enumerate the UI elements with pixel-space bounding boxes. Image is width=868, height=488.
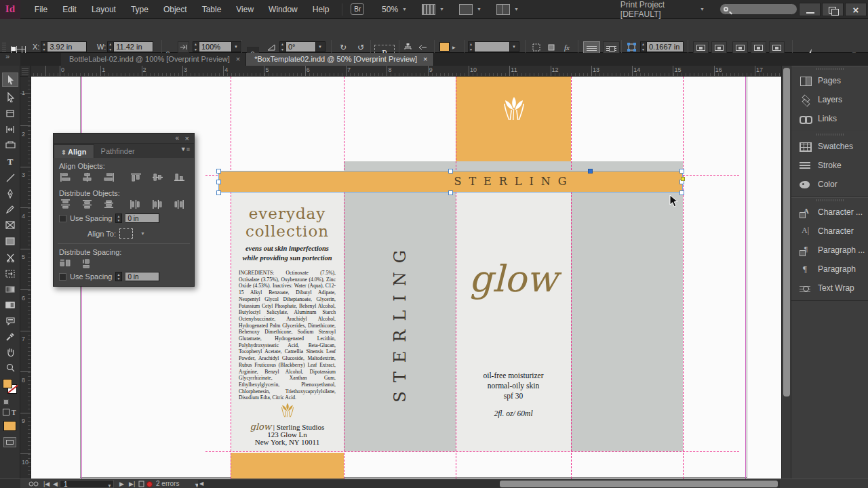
align-right-icon[interactable] — [101, 171, 116, 183]
selection-handle[interactable] — [216, 190, 221, 195]
dock-panel-character[interactable]: Character — [791, 222, 868, 241]
zoom-level-dropdown[interactable]: 50% — [382, 5, 407, 14]
selection-handle[interactable] — [448, 169, 453, 174]
box-side-panel-left[interactable]: STERLING — [344, 192, 456, 451]
selection-handle[interactable] — [216, 169, 221, 174]
next-page-icon[interactable]: ▶ — [119, 480, 124, 488]
close-tab-icon[interactable] — [236, 53, 240, 66]
align-left-icon[interactable] — [58, 171, 73, 183]
horizontal-scroll-thumb[interactable] — [500, 481, 778, 487]
use-spacing-checkbox[interactable] — [59, 215, 66, 222]
spacing-field[interactable]: 0 in — [125, 214, 159, 223]
menu-view[interactable]: View — [229, 0, 261, 19]
x-field[interactable]: 3.92 in — [47, 41, 87, 52]
select-container-icon[interactable] — [401, 41, 414, 53]
rotation-field[interactable]: 0° — [286, 41, 316, 52]
page-number-field[interactable]: 1 — [60, 480, 114, 488]
selection-handle[interactable] — [216, 180, 221, 184]
align-bottom-icon[interactable] — [172, 171, 186, 183]
scale-x-dropdown[interactable] — [232, 41, 241, 52]
collapse-panel-icon[interactable] — [175, 134, 179, 142]
align-panel-header[interactable] — [54, 134, 194, 144]
free-transform-tool[interactable] — [2, 266, 18, 281]
tab-pathfinder[interactable]: Pathfinder — [94, 144, 142, 158]
distribute-space-vertical-icon[interactable] — [58, 258, 73, 269]
gradient-swatch-tool[interactable] — [2, 282, 18, 296]
align-to-icon[interactable] — [119, 228, 133, 239]
dock-gripper[interactable] — [791, 66, 868, 71]
menu-layout[interactable]: Layout — [84, 0, 123, 19]
distribute-center-vertical-icon[interactable] — [79, 199, 94, 210]
dock-panel-swatches[interactable]: Swatches — [791, 137, 868, 156]
previous-page-icon[interactable]: ◀ — [53, 480, 58, 488]
formatting-text-icon[interactable]: T — [12, 409, 16, 416]
scissors-tool[interactable] — [2, 251, 18, 265]
direct-selection-tool[interactable] — [2, 90, 18, 104]
pen-tool[interactable] — [2, 186, 18, 201]
first-page-icon[interactable]: |◀ — [43, 480, 50, 488]
chevron-down-icon[interactable] — [439, 7, 444, 12]
rotate-ccw-icon[interactable]: ↺ — [354, 41, 368, 53]
scale-x-field[interactable]: 100% — [199, 41, 232, 52]
dock-panel-character[interactable]: Character ... — [791, 203, 868, 222]
scale-x-stepper[interactable] — [193, 41, 199, 52]
view-options-icon[interactable] — [459, 4, 473, 15]
fold-guide[interactable] — [231, 77, 231, 479]
scroll-left-icon[interactable]: ◀ — [199, 480, 203, 488]
spacing2-field[interactable]: 0 in — [125, 272, 159, 281]
distribute-top-icon[interactable] — [58, 199, 73, 210]
corner-radius-stepper[interactable] — [640, 41, 647, 52]
fold-guide[interactable] — [571, 77, 572, 479]
spacing-stepper[interactable] — [115, 214, 122, 223]
preflight-doc-icon[interactable] — [138, 481, 144, 487]
zoom-tool[interactable] — [2, 361, 18, 375]
effects-fx-icon[interactable]: fx — [560, 41, 574, 53]
fill-swatch[interactable] — [439, 42, 450, 52]
selection-tool[interactable] — [2, 73, 18, 87]
dock-panel-links[interactable]: Links — [791, 109, 868, 128]
dock-panel-stroke[interactable]: Stroke — [791, 156, 868, 175]
corner-options-icon[interactable] — [530, 41, 542, 53]
menu-help[interactable]: Help — [305, 0, 337, 19]
corner-radius-field[interactable]: 0.1667 in — [647, 41, 684, 52]
dock-gripper[interactable] — [791, 198, 868, 203]
apply-color-button[interactable] — [3, 421, 16, 431]
vertical-scrollbar[interactable] — [781, 66, 791, 479]
box-bottom-flap[interactable] — [231, 453, 344, 479]
distribute-left-icon[interactable] — [128, 199, 143, 210]
box-top-flap[interactable] — [456, 77, 571, 161]
panel-menu-icon[interactable] — [180, 146, 190, 152]
box-back-panel[interactable]: glow oil-free moisturizer normal-oily sk… — [456, 192, 571, 451]
gradient-feather-tool[interactable] — [2, 298, 18, 312]
rotation-dropdown[interactable] — [316, 41, 326, 52]
margin-guide[interactable] — [745, 77, 746, 479]
align-center-horizontal-icon[interactable] — [79, 171, 94, 183]
drop-shadow-icon[interactable] — [545, 41, 557, 53]
menu-file[interactable]: File — [27, 0, 55, 19]
horizontal-ruler[interactable]: 01234567891011121314151617 — [31, 66, 781, 77]
width-stepper[interactable] — [107, 41, 114, 52]
chevron-down-icon[interactable] — [107, 482, 112, 488]
distribute-center-horizontal-icon[interactable] — [150, 199, 165, 210]
formatting-container-icon[interactable] — [3, 409, 9, 415]
dock-panel-text-wrap[interactable]: Text Wrap — [791, 279, 868, 298]
minimize-button[interactable] — [799, 3, 821, 16]
restore-button[interactable] — [822, 3, 844, 16]
stroke-weight-stepper[interactable] — [468, 41, 475, 52]
gap-tool[interactable] — [2, 122, 18, 136]
pencil-tool[interactable] — [2, 202, 18, 216]
tab-bottlelabel[interactable]: BottleLabel-02.indd @ 100% [Overprint Pr… — [61, 53, 246, 66]
note-tool[interactable] — [2, 314, 18, 328]
align-center-vertical-icon[interactable] — [150, 171, 165, 183]
dock-panel-pages[interactable]: Pages — [791, 71, 868, 90]
fold-guide[interactable] — [456, 77, 456, 479]
use-spacing2-checkbox[interactable] — [59, 273, 66, 281]
fold-guide[interactable] — [344, 77, 344, 479]
menu-edit[interactable]: Edit — [55, 0, 84, 19]
hand-tool[interactable] — [2, 345, 18, 359]
rotation-stepper[interactable] — [279, 41, 286, 52]
fold-guide[interactable] — [683, 77, 684, 479]
pages-preview-icon[interactable] — [422, 4, 435, 15]
sterling-banner-frame[interactable]: STERLING — [218, 171, 683, 192]
eyedropper-tool[interactable] — [2, 329, 18, 344]
